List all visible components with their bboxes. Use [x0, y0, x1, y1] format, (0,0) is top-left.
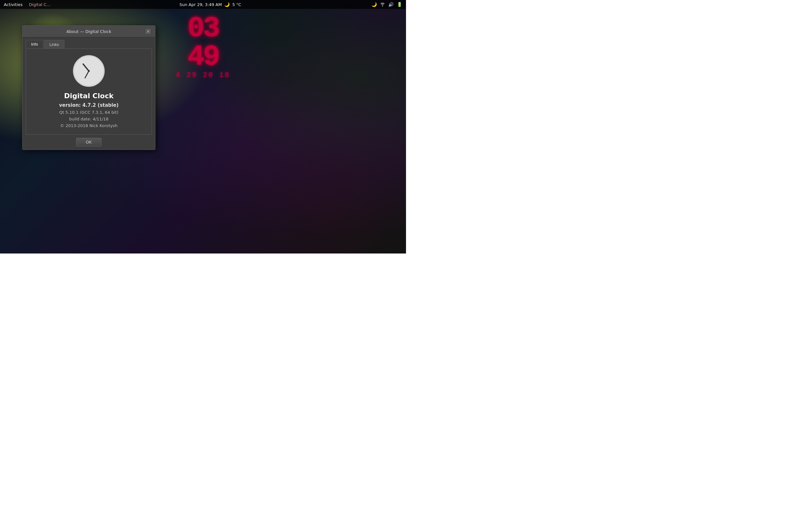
tab-links[interactable]: Links	[44, 40, 64, 49]
dialog-close-button[interactable]: ×	[145, 28, 151, 35]
volume-icon[interactable]: 🔊	[388, 2, 394, 7]
moon-tray-icon[interactable]: 🌙	[371, 2, 377, 7]
clock-svg	[73, 55, 105, 87]
svg-point-4	[88, 70, 90, 72]
dialog-content-area: Digital Clock version: 4.7.2 (stable) Qt…	[26, 49, 152, 135]
topbar-temperature: 5 °C	[232, 2, 241, 7]
tab-info[interactable]: Info	[26, 40, 44, 49]
topbar-app-name[interactable]: Digital C...	[26, 2, 53, 7]
moon-icon: 🌙	[224, 2, 230, 7]
app-copyright-label: © 2013-2018 Nick Korotysh	[32, 123, 145, 128]
dialog-titlebar: About — Digital Clock ×	[22, 26, 155, 38]
topbar-center: Sun Apr 29, 3:49 AM 🌙 5 °C	[53, 2, 368, 7]
about-dialog: About — Digital Clock × Info Links Digit…	[22, 25, 155, 150]
app-icon	[73, 55, 105, 87]
activities-button[interactable]: Activities	[0, 2, 26, 7]
app-version-label: version: 4.7.2 (stable)	[32, 102, 145, 108]
topbar-right: 🌙 🔊 🔋	[368, 2, 406, 7]
dialog-tabs: Info Links	[22, 38, 155, 49]
clock-hours: 03	[176, 14, 230, 43]
topbar-datetime: Sun Apr 29, 3:49 AM	[180, 2, 222, 7]
ok-button[interactable]: OK	[76, 138, 102, 147]
clock-date: 4 29 20 18	[176, 71, 230, 79]
topbar: Activities Digital C... Sun Apr 29, 3:49…	[0, 0, 406, 9]
desktop-clock-widget: 03 49 4 29 20 18	[176, 14, 230, 79]
app-name-label: Digital Clock	[32, 92, 145, 100]
battery-icon[interactable]: 🔋	[397, 2, 402, 7]
clock-minutes: 49	[176, 43, 230, 71]
dialog-title: About — Digital Clock	[33, 29, 145, 34]
app-qt-label: Qt 5.10.1 (GCC 7.3.1, 64 bit)	[32, 110, 145, 115]
app-build-label: build date: 4/11/18	[32, 117, 145, 121]
wifi-icon[interactable]	[380, 2, 385, 7]
dialog-footer: OK	[22, 135, 155, 150]
